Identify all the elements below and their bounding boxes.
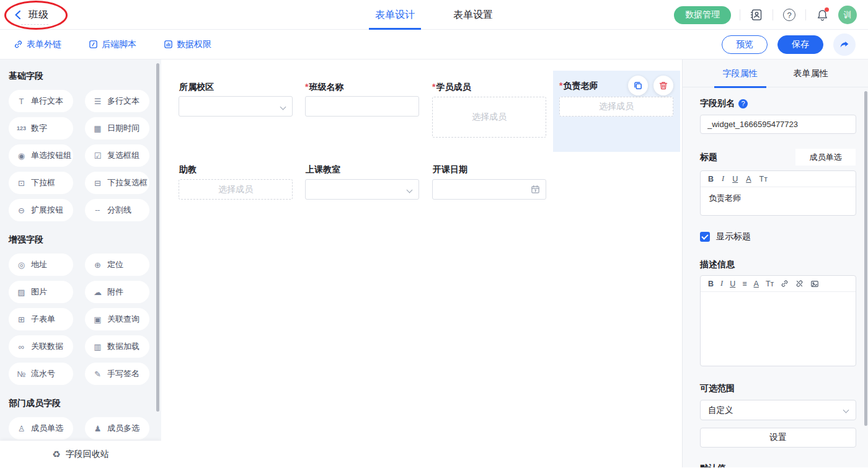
field-campus[interactable]: 所属校区 <box>179 82 293 94</box>
show-title-checkbox-row[interactable]: 显示标题 <box>700 231 856 242</box>
sidebar-scrollbar[interactable] <box>156 63 159 412</box>
classroom-select[interactable] <box>305 179 419 200</box>
font-size-icon[interactable]: Tᴛ <box>760 175 768 183</box>
palette-item-number[interactable]: 123数字 <box>9 117 73 139</box>
datetime-icon: ▦ <box>92 124 103 133</box>
field-alias-input[interactable] <box>700 115 856 134</box>
tab-field-properties[interactable]: 字段属性 <box>719 60 761 87</box>
field-class-name[interactable]: *班级名称 <box>305 82 419 94</box>
teacher-member-picker[interactable]: 选择成员 <box>559 97 673 117</box>
field-type-badge: 成员单选 <box>795 149 856 166</box>
external-link-button[interactable]: 表单外链 <box>14 39 61 50</box>
delete-field-button[interactable] <box>653 76 673 95</box>
insert-image-icon[interactable] <box>810 280 819 288</box>
panel-scrollbar[interactable] <box>864 91 867 426</box>
palette-item-member-multi[interactable]: ♟成员多选 <box>85 417 149 439</box>
section-title-enhanced: 增强字段 <box>9 234 161 245</box>
form-toolbar: 表单外链 后端脚本 数据权限 预览 保存 <box>0 30 868 60</box>
field-classroom[interactable]: 上课教室 <box>305 164 419 177</box>
field-teacher-label: 负责老师 <box>563 81 598 91</box>
palette-item-linked-data[interactable]: ∞关联数据 <box>9 335 73 358</box>
italic-icon[interactable]: I <box>722 174 724 183</box>
script-icon <box>89 40 98 49</box>
students-member-picker[interactable]: 选择成员 <box>432 97 546 138</box>
assistant-member-picker[interactable]: 选择成员 <box>179 179 293 200</box>
description-editor-content[interactable] <box>701 292 856 366</box>
palette-item-select[interactable]: ⊡下拉框 <box>9 172 73 194</box>
palette-item-address[interactable]: ◎地址 <box>9 254 73 276</box>
palette-item-linked-query[interactable]: ▣关联查询 <box>85 308 149 330</box>
field-alias-label: 字段别名 <box>700 98 735 109</box>
tab-form-settings[interactable]: 表单设置 <box>450 0 497 30</box>
start-date-input[interactable] <box>432 179 546 200</box>
back-button[interactable]: 班级 <box>14 0 48 30</box>
font-color-icon[interactable]: A <box>746 175 751 183</box>
palette-item-serial-number[interactable]: №流水号 <box>9 363 73 385</box>
tab-form-design[interactable]: 表单设计 <box>371 0 418 30</box>
data-load-icon: ▥ <box>92 342 103 351</box>
help-icon[interactable]: ? <box>782 7 797 22</box>
class-name-input[interactable] <box>305 96 419 117</box>
italic-icon[interactable]: I <box>720 279 723 288</box>
backend-script-label: 后端脚本 <box>102 39 136 50</box>
form-canvas[interactable]: 所属校区 *班级名称 *学员成员 选择成员 *负责老师 选择成员 助教 选择成员 <box>161 60 682 467</box>
palette-item-member-single[interactable]: ♙成员单选 <box>9 417 73 439</box>
palette-item-datetime[interactable]: ▦日期时间 <box>85 117 149 139</box>
palette-item-data-load[interactable]: ▥数据加载 <box>85 335 149 358</box>
data-permission-button[interactable]: 数据权限 <box>164 39 211 50</box>
toolbar-links: 表单外链 后端脚本 数据权限 <box>0 39 211 50</box>
palette-item-location[interactable]: ⊕定位 <box>85 254 149 276</box>
palette-item-divider[interactable]: ╌分割线 <box>85 199 149 221</box>
checkbox-group-icon: ☑ <box>92 151 103 161</box>
notification-bell-icon[interactable] <box>815 7 830 22</box>
palette-item-radio-group[interactable]: ◉单选按钮组 <box>9 144 73 167</box>
palette-item-attachment[interactable]: ☁附件 <box>85 281 149 303</box>
palette-item-single-line-text[interactable]: T单行文本 <box>9 90 73 112</box>
contact-book-icon[interactable] <box>749 7 764 22</box>
palette-item-checkbox-group[interactable]: ☑复选框组 <box>85 144 149 167</box>
alias-help-icon[interactable]: ? <box>738 99 748 108</box>
align-icon[interactable]: ≡ <box>742 280 746 288</box>
palette-item-extend-button[interactable]: ⊖扩展按钮 <box>9 199 73 221</box>
palette-item-multi-select[interactable]: ⊟下拉复选框 <box>85 172 149 194</box>
bold-icon[interactable]: B <box>708 280 714 288</box>
underline-icon[interactable]: U <box>732 175 738 183</box>
title-editor-content[interactable]: 负责老师 <box>701 187 856 215</box>
address-icon: ◎ <box>16 260 27 270</box>
backend-script-button[interactable]: 后端脚本 <box>89 39 136 50</box>
remove-link-icon[interactable] <box>795 280 804 288</box>
campus-select[interactable] <box>179 96 293 117</box>
avatar[interactable]: 训 <box>838 6 857 24</box>
tab-form-properties[interactable]: 表单属性 <box>790 60 832 87</box>
bold-icon[interactable]: B <box>708 175 714 183</box>
palette-item-subform[interactable]: ⊞子表单 <box>9 308 73 330</box>
share-button[interactable] <box>833 33 856 56</box>
palette-item-multi-line-text[interactable]: ☰多行文本 <box>85 90 149 112</box>
description-label: 描述信息 <box>700 259 856 270</box>
property-panel: 字段属性 表单属性 字段别名 ? 标题 成员单选 B I U A Tᴛ <box>682 60 868 467</box>
field-students-label: 学员成员 <box>436 82 471 92</box>
underline-icon[interactable]: U <box>730 280 735 288</box>
linked-data-icon: ∞ <box>16 342 27 351</box>
data-permission-label: 数据权限 <box>177 39 211 50</box>
field-start-date[interactable]: 开课日期 <box>432 164 546 177</box>
field-students[interactable]: *学员成员 选择成员 <box>432 82 546 94</box>
field-recycle-bin[interactable]: ♻ 字段回收站 <box>0 441 161 467</box>
palette-item-image[interactable]: ▨图片 <box>9 281 73 303</box>
save-button[interactable]: 保存 <box>777 35 823 54</box>
app-header: 班级 表单设计 表单设置 数据管理 ? 训 <box>0 0 868 30</box>
duplicate-field-button[interactable] <box>628 76 648 95</box>
insert-link-icon[interactable] <box>781 280 789 288</box>
subform-icon: ⊞ <box>16 315 27 324</box>
preview-button[interactable]: 预览 <box>722 35 768 54</box>
font-color-icon[interactable]: A <box>754 280 759 288</box>
field-assistant[interactable]: 助教 选择成员 <box>179 164 293 177</box>
header-actions: 数据管理 ? 训 <box>674 0 857 30</box>
checkbox-checked-icon[interactable] <box>700 232 710 242</box>
data-manage-button[interactable]: 数据管理 <box>674 6 731 24</box>
palette-item-signature[interactable]: ✎手写签名 <box>85 363 149 385</box>
range-select[interactable]: 自定义 <box>700 400 856 420</box>
font-size-icon[interactable]: Tᴛ <box>766 280 774 288</box>
field-teacher-selected[interactable]: *负责老师 选择成员 <box>553 71 680 152</box>
settings-button[interactable]: 设置 <box>700 428 856 448</box>
